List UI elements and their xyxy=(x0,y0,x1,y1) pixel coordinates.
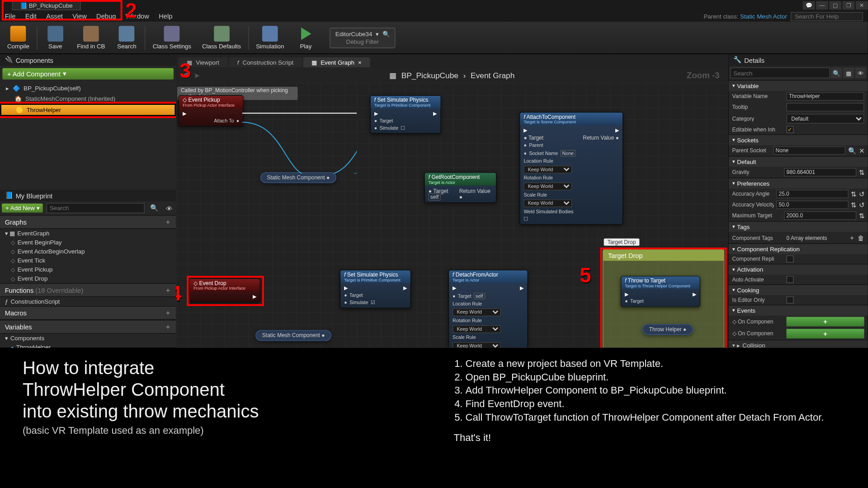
component-static-mesh[interactable]: 🏠 StaticMeshComponent (Inherited) xyxy=(0,94,176,104)
menu-help[interactable]: Help xyxy=(159,13,172,20)
tooltip-input[interactable] xyxy=(787,103,864,112)
node-set-simulate-physics-2[interactable]: f Set Simulate PhysicsTarget is Primitiv… xyxy=(340,270,411,308)
nav-fwd-icon[interactable]: ➤ xyxy=(193,71,200,80)
socket-search-icon[interactable]: 🔍 xyxy=(848,147,857,155)
accuracy-angle-input[interactable] xyxy=(776,190,849,198)
debug-filter-box[interactable]: EditorCube34▾🔍 Debug Filter xyxy=(330,28,395,48)
socket-clear-icon[interactable]: ✕ xyxy=(859,147,864,155)
my-blueprint-header: 📘 My Blueprint xyxy=(0,190,176,201)
event-tick[interactable]: Event Tick xyxy=(0,256,176,265)
editor-only-checkbox[interactable] xyxy=(787,296,794,304)
search-help-input[interactable] xyxy=(791,12,863,21)
class-settings-button[interactable]: Class Settings xyxy=(149,23,195,53)
play-button[interactable]: Play xyxy=(291,23,320,53)
cat-events[interactable]: Events xyxy=(729,305,868,315)
search-icon[interactable]: 🔍 xyxy=(146,204,162,212)
eye-icon[interactable]: 👁 xyxy=(162,205,176,212)
category-select[interactable]: Default xyxy=(787,114,864,123)
details-search[interactable] xyxy=(731,67,830,78)
details-eye-icon[interactable]: 👁 xyxy=(855,67,866,78)
attach-loc-rule[interactable]: Keep World xyxy=(524,166,572,174)
search-icon[interactable]: 🔍 xyxy=(831,67,842,78)
cat-activation[interactable]: Activation xyxy=(729,264,868,275)
add-new-button[interactable]: + Add New ▾ xyxy=(2,204,43,213)
event-add-button-1[interactable]: + xyxy=(787,317,864,326)
tab-event-graph[interactable]: ▦ Event Graph × xyxy=(303,57,370,68)
add-graph-icon[interactable]: ＋ xyxy=(165,217,171,226)
breadcrumb-graph[interactable]: Event Graph xyxy=(471,71,514,80)
parent-class-link[interactable]: Static Mesh Actor xyxy=(740,13,787,20)
close-button[interactable]: ✕ xyxy=(856,1,868,10)
details-matrix-icon[interactable]: ▦ xyxy=(843,67,854,78)
node-set-simulate-physics-1[interactable]: f Set Simulate PhysicsTarget is Primitiv… xyxy=(370,95,441,134)
variable-name-input[interactable] xyxy=(787,92,864,101)
variables-section[interactable]: Variables＋ xyxy=(0,320,176,334)
construction-script[interactable]: ƒ ConstructionScript xyxy=(0,297,176,306)
toolbar: Compile Save Find in CB Search Class Set… xyxy=(0,22,868,54)
maximize-button[interactable]: ▢ xyxy=(829,1,841,10)
node-var-static-mesh-1[interactable]: Static Mesh Component ● xyxy=(260,172,336,183)
cat-replication[interactable]: Component Replication xyxy=(729,244,868,254)
clear-tags-icon[interactable]: 🗑 xyxy=(858,234,864,241)
event-drop[interactable]: Event Drop xyxy=(0,274,176,283)
event-graph-tree[interactable]: ▾ ▦ EventGraph xyxy=(0,229,176,238)
save-button[interactable]: Save xyxy=(41,23,70,53)
event-beginplay[interactable]: Event BeginPlay xyxy=(0,238,176,247)
attach-scale-rule[interactable]: Keep World xyxy=(524,199,572,207)
add-component-button[interactable]: + Add Component ▾ xyxy=(2,68,174,80)
notify-icon[interactable]: 💬 xyxy=(803,1,815,10)
simulation-button[interactable]: Simulation xyxy=(252,23,288,53)
components-var-section[interactable]: ▾ Components xyxy=(0,333,176,343)
tab-construction[interactable]: f Construction Script xyxy=(229,57,302,68)
left-panel: 🔌 Components + Add Component ▾ 🔷 BP_Pick… xyxy=(0,54,176,347)
accuracy-velocity-input[interactable] xyxy=(776,201,849,209)
cat-variable[interactable]: Variable xyxy=(729,80,868,91)
class-defaults-button[interactable]: Class Defaults xyxy=(198,23,245,53)
find-in-cb-button[interactable]: Find in CB xyxy=(73,23,108,53)
auto-activate-checkbox[interactable] xyxy=(787,276,794,283)
compile-button[interactable]: Compile xyxy=(4,23,33,53)
event-overlap[interactable]: Event ActorBeginOverlap xyxy=(0,247,176,256)
event-pickup[interactable]: Event Pickup xyxy=(0,265,176,274)
detach-loc-rule[interactable]: Keep World xyxy=(453,308,501,316)
node-get-root-component[interactable]: f GetRootComponentTarget is Actor ● Targ… xyxy=(424,172,496,203)
detach-rot-rule[interactable]: Keep World xyxy=(453,325,501,333)
add-tag-icon[interactable]: ＋ xyxy=(849,233,855,242)
editable-checkbox[interactable] xyxy=(787,126,794,133)
attach-rot-rule[interactable]: Keep World xyxy=(524,183,572,190)
parent-socket-input[interactable] xyxy=(773,146,845,155)
annotation-box-4 xyxy=(187,276,264,306)
gravity-input[interactable] xyxy=(784,168,856,177)
cat-cooking[interactable]: Cooking xyxy=(729,284,868,295)
reset-icon[interactable]: ↺ xyxy=(859,190,864,198)
details-panel: 🔧 Details 🔍 ▦ 👁 Variable Variable Name T… xyxy=(728,54,868,347)
search-button[interactable]: Search xyxy=(112,23,141,53)
event-add-button-2[interactable]: + xyxy=(787,329,864,338)
graphs-section[interactable]: Graphs＋ xyxy=(0,215,176,229)
node-var-static-mesh-2[interactable]: Static Mesh Component ● xyxy=(255,330,331,341)
component-throwhelper[interactable]: 🟡 ThrowHelper xyxy=(0,103,176,116)
detach-scale-rule[interactable]: Keep World xyxy=(453,342,501,347)
macros-section[interactable]: Macros＋ xyxy=(0,306,176,320)
cat-sockets[interactable]: Sockets xyxy=(729,134,868,145)
restore-button[interactable]: ❐ xyxy=(843,1,855,10)
max-target-input[interactable] xyxy=(784,211,856,220)
cat-default[interactable]: Default xyxy=(729,156,868,167)
my-blueprint-search[interactable] xyxy=(47,203,145,213)
replicates-checkbox[interactable] xyxy=(787,255,794,263)
annotation-num-3: 3 xyxy=(179,59,191,83)
node-attach-to-component[interactable]: f AttachToComponentTarget is Scene Compo… xyxy=(519,112,623,225)
breadcrumb-asset[interactable]: BP_PickupCube xyxy=(401,71,458,80)
cat-tags[interactable]: Tags xyxy=(729,221,868,232)
component-root[interactable]: 🔷 BP_PickupCube(self) xyxy=(0,83,176,94)
minimize-button[interactable]: — xyxy=(816,1,828,10)
reset-icon[interactable]: ↺ xyxy=(859,201,864,209)
node-event-pickup[interactable]: ◇ Event PickupFrom Pickup Actor Interfac… xyxy=(179,95,244,127)
parent-class-label: Parent class: Static Mesh Actor xyxy=(703,13,787,20)
node-detach-from-actor[interactable]: f DetachFromActorTarget is Actor ● Targe… xyxy=(448,270,528,347)
tab-close-icon[interactable]: × xyxy=(358,59,362,66)
graph-canvas[interactable]: Called by BP_MotionController when picki… xyxy=(176,83,728,347)
functions-section[interactable]: Functions (18 Overridable)＋ xyxy=(0,283,176,297)
annotation-box-5 xyxy=(600,248,727,347)
cat-preferences[interactable]: Preferences xyxy=(729,178,868,188)
